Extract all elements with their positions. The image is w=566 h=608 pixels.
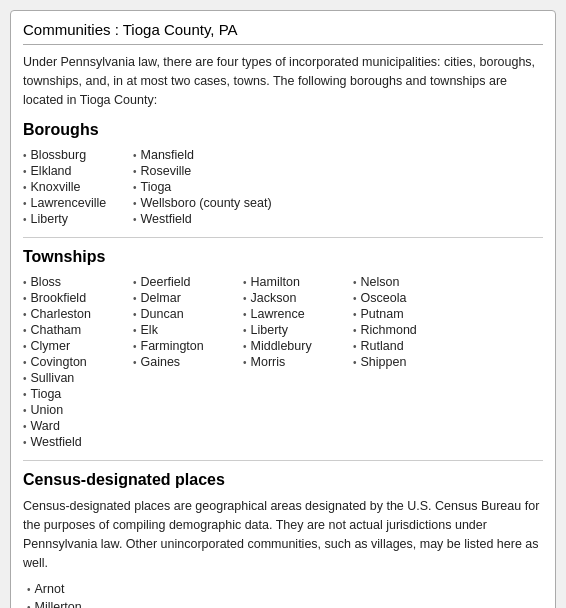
list-item: Charleston <box>23 306 125 322</box>
list-item: Roseville <box>133 163 272 179</box>
list-item: Tioga <box>23 386 125 402</box>
townships-col4: NelsonOsceolaPutnamRichmondRutlandShippe… <box>353 274 463 370</box>
townships-col5: SullivanTiogaUnionWardWestfield <box>23 370 133 450</box>
list-item: Westfield <box>23 434 125 450</box>
cdp-description: Census-designated places are geographica… <box>23 497 543 572</box>
townships-col3: HamiltonJacksonLawrenceLibertyMiddlebury… <box>243 274 353 370</box>
list-item: Delmar <box>133 290 235 306</box>
list-item: Covington <box>23 354 125 370</box>
cdp-list-container: ArnotMillerton <box>23 580 543 608</box>
divider2 <box>23 460 543 461</box>
divider1 <box>23 237 543 238</box>
list-item: Elk <box>133 322 235 338</box>
list-item: Rutland <box>353 338 455 354</box>
list-item: Clymer <box>23 338 125 354</box>
list-item: Westfield <box>133 211 272 227</box>
page-title: Communities : Tioga County, PA <box>23 21 543 45</box>
list-item: Gaines <box>133 354 235 370</box>
list-item: Farmington <box>133 338 235 354</box>
list-item: Lawrenceville <box>23 195 125 211</box>
boroughs-col2: MansfieldRosevilleTiogaWellsboro (county… <box>133 147 280 227</box>
townships-columns: BlossBrookfieldCharlestonChathamClymerCo… <box>23 274 543 450</box>
list-item: Bloss <box>23 274 125 290</box>
boroughs-columns: BlossburgElklandKnoxvilleLawrencevilleLi… <box>23 147 543 227</box>
list-item: Jackson <box>243 290 345 306</box>
list-item: Chatham <box>23 322 125 338</box>
list-item: Liberty <box>23 211 125 227</box>
list-item: Tioga <box>133 179 272 195</box>
list-item: Shippen <box>353 354 455 370</box>
list-item: Nelson <box>353 274 455 290</box>
list-item: Liberty <box>243 322 345 338</box>
list-item: Sullivan <box>23 370 125 386</box>
cdp-heading: Census-designated places <box>23 471 543 489</box>
list-item: Arnot <box>27 580 543 598</box>
list-item: Union <box>23 402 125 418</box>
list-item: Osceola <box>353 290 455 306</box>
list-item: Hamilton <box>243 274 345 290</box>
townships-heading: Townships <box>23 248 543 266</box>
list-item: Millerton <box>27 598 543 608</box>
list-item: Richmond <box>353 322 455 338</box>
intro-text: Under Pennsylvania law, there are four t… <box>23 53 543 109</box>
list-item: Wellsboro (county seat) <box>133 195 272 211</box>
list-item: Knoxville <box>23 179 125 195</box>
list-item: Ward <box>23 418 125 434</box>
list-item: Lawrence <box>243 306 345 322</box>
list-item: Middlebury <box>243 338 345 354</box>
list-item: Brookfield <box>23 290 125 306</box>
townships-col1: BlossBrookfieldCharlestonChathamClymerCo… <box>23 274 133 370</box>
boroughs-col1: BlossburgElklandKnoxvilleLawrencevilleLi… <box>23 147 133 227</box>
boroughs-heading: Boroughs <box>23 121 543 139</box>
list-item: Elkland <box>23 163 125 179</box>
list-item: Morris <box>243 354 345 370</box>
main-card: Communities : Tioga County, PA Under Pen… <box>10 10 556 608</box>
list-item: Duncan <box>133 306 235 322</box>
list-item: Putnam <box>353 306 455 322</box>
townships-col2: DeerfieldDelmarDuncanElkFarmingtonGaines <box>133 274 243 370</box>
list-item: Blossburg <box>23 147 125 163</box>
list-item: Mansfield <box>133 147 272 163</box>
list-item: Deerfield <box>133 274 235 290</box>
